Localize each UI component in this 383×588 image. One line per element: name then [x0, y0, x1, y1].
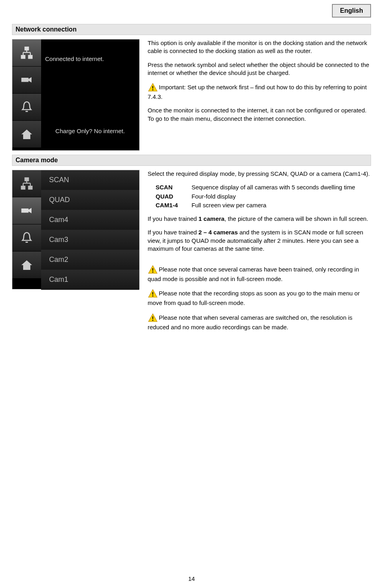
bell-icon[interactable] [12, 94, 41, 121]
svg-rect-1 [22, 55, 25, 59]
camera-para-1: Select the required display mode, by pre… [148, 170, 371, 178]
list-item[interactable]: Cam4 [41, 210, 139, 230]
camera-icon[interactable] [12, 197, 41, 224]
desc-scan: Sequence display of all cameras with 5 s… [192, 183, 371, 191]
list-item[interactable]: Cam1 [41, 270, 139, 290]
network-status-area: Connected to internet. Charge Only? No i… [41, 39, 139, 150]
network-para-1: This option is only available if the mon… [148, 39, 371, 55]
desc-quad: Four-fold display [192, 193, 371, 201]
mode-definitions: SCAN Sequence display of all cameras wit… [156, 183, 371, 209]
list-item[interactable]: Cam2 [41, 250, 139, 270]
sidebar [12, 39, 41, 150]
svg-rect-11 [25, 178, 29, 181]
language-badge: English [332, 4, 371, 18]
bell-icon[interactable] [12, 224, 41, 252]
desc-cam: Full screen view per camera [192, 201, 371, 209]
camera-warning-1: Please note that once several cameras ha… [148, 265, 371, 283]
network-para-3: Once the monitor is connected to the int… [148, 106, 371, 123]
term-cam: CAM1-4 [156, 201, 192, 209]
warning-icon [148, 289, 158, 299]
list-item[interactable]: Cam3 [41, 230, 139, 250]
svg-rect-13 [29, 186, 32, 189]
camera-description: Select the required display mode, by pre… [148, 170, 371, 337]
list-item[interactable]: QUAD [41, 190, 139, 210]
sidebar [12, 170, 41, 289]
warning-icon [148, 313, 158, 323]
camera-para-2: If you have trained 1 camera, the pictur… [148, 215, 371, 223]
camera-warning-3: Please note that when several cameras ar… [148, 313, 371, 331]
section-header-camera: Camera mode [12, 155, 371, 166]
network-icon[interactable] [12, 39, 41, 67]
network-para-2: Press the network symbol and select whet… [148, 61, 371, 77]
home-icon[interactable] [12, 252, 41, 279]
svg-point-24 [152, 295, 154, 297]
page-number: 14 [188, 575, 195, 582]
camera-warning-2: Please note that the recording stops as … [148, 289, 371, 307]
camera-icon[interactable] [12, 67, 41, 94]
network-warning-1: Important: Set up the network first – fi… [148, 83, 371, 101]
term-quad: QUAD [156, 193, 192, 201]
term-scan: SCAN [156, 183, 192, 191]
svg-point-27 [152, 320, 154, 321]
camera-screenshot: SCAN QUAD Cam4 Cam3 Cam2 Cam1 [12, 170, 140, 289]
camera-para-3: If you have trained 2 – 4 cameras and th… [148, 228, 371, 253]
svg-point-10 [152, 89, 154, 90]
home-icon[interactable] [12, 121, 41, 148]
warning-icon [148, 265, 158, 275]
status-charge-only: Charge Only? No internet. [45, 128, 135, 134]
svg-rect-0 [25, 47, 29, 50]
status-connected: Connected to internet. [45, 55, 135, 62]
camera-mode-list: SCAN QUAD Cam4 Cam3 Cam2 Cam1 [41, 170, 139, 289]
network-icon[interactable] [12, 170, 41, 197]
warning-icon [148, 83, 158, 93]
network-description: This option is only available if the mon… [148, 39, 371, 151]
svg-point-21 [152, 271, 154, 273]
svg-rect-2 [29, 55, 32, 59]
svg-rect-12 [22, 186, 25, 189]
network-screenshot: Connected to internet. Charge Only? No i… [12, 39, 140, 151]
list-item[interactable]: SCAN [41, 170, 139, 190]
section-header-network: Network connection [12, 24, 371, 35]
